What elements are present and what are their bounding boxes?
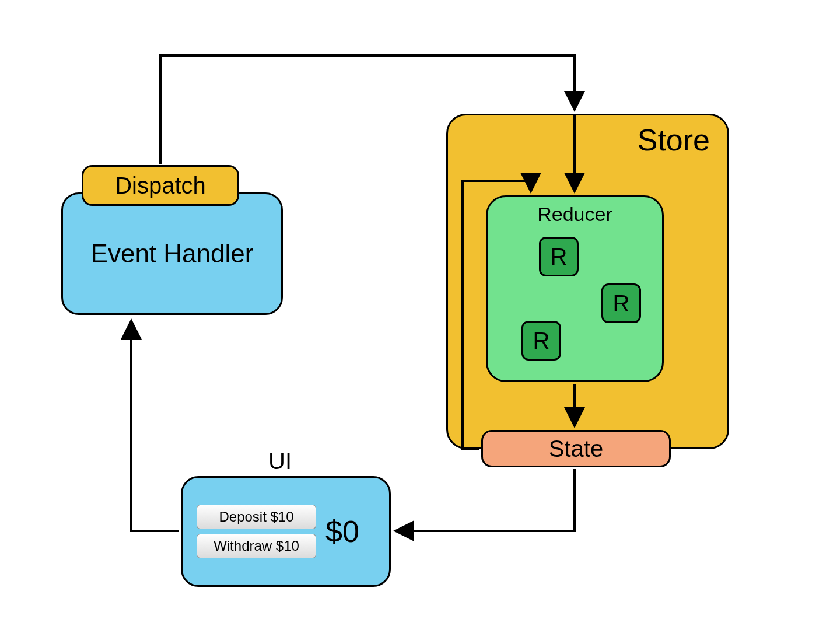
event-handler-label: Event Handler bbox=[91, 239, 254, 268]
reducer-chip: R bbox=[522, 321, 561, 360]
ui-button-stack: Deposit $10 Withdraw $10 bbox=[197, 505, 316, 558]
state-label: State bbox=[549, 436, 603, 462]
dispatch-box: Dispatch bbox=[82, 165, 239, 206]
reducer-chip: R bbox=[601, 284, 641, 323]
dispatch-label: Dispatch bbox=[115, 173, 206, 199]
event-handler-box: Event Handler bbox=[61, 192, 283, 315]
diagram-stage: Store Reducer R R R State Event Handler … bbox=[0, 0, 840, 630]
reducer-chip: R bbox=[539, 237, 579, 276]
ui-box: Deposit $10 Withdraw $10 $0 bbox=[181, 476, 391, 587]
state-box: State bbox=[481, 430, 671, 467]
store-label: Store bbox=[638, 123, 710, 158]
reducer-label: Reducer bbox=[537, 203, 612, 226]
withdraw-button[interactable]: Withdraw $10 bbox=[197, 534, 316, 558]
balance-value: $0 bbox=[326, 514, 359, 549]
reducer-box: Reducer R R R bbox=[486, 195, 664, 382]
deposit-button[interactable]: Deposit $10 bbox=[197, 505, 316, 529]
ui-title: UI bbox=[268, 448, 292, 474]
